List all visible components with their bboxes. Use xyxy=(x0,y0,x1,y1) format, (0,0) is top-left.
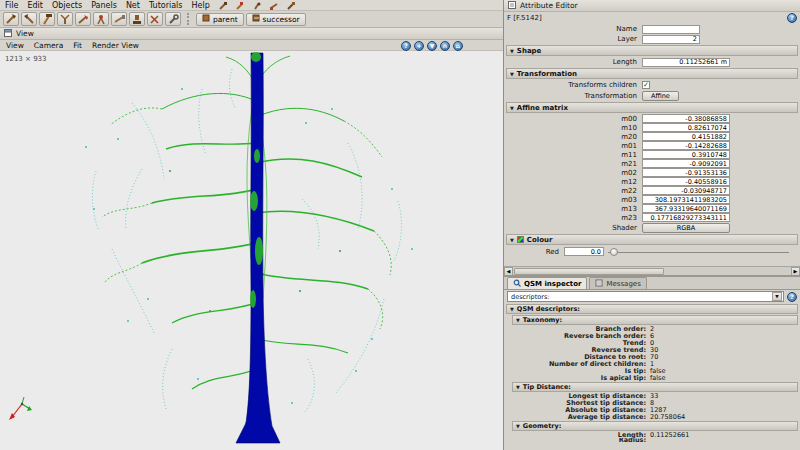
collapse-icon: ▼ xyxy=(510,237,514,243)
matrix-row: m10 xyxy=(504,123,800,132)
section-qsm-descriptors-title: QSM descriptors: xyxy=(517,305,580,313)
collapse-icon: ▼ xyxy=(516,317,520,323)
matrix-row: m00 xyxy=(504,114,800,123)
matrix-input[interactable] xyxy=(642,204,730,213)
successor-button[interactable]: successor xyxy=(246,13,306,26)
red-slider[interactable] xyxy=(608,247,789,257)
length-input[interactable] xyxy=(642,58,730,67)
quick-tool-icon[interactable] xyxy=(236,2,244,10)
matrix-input[interactable] xyxy=(642,114,730,123)
descriptor-label: Radius: xyxy=(504,438,650,442)
matrix-label: m23 xyxy=(504,214,642,222)
matrix-row: m03 xyxy=(504,195,800,204)
section-transformation[interactable]: ▼ Transformation xyxy=(506,68,798,79)
descriptor-row: Radius: xyxy=(504,438,800,442)
section-geometry[interactable]: ▼ Geometry: xyxy=(512,421,798,431)
chevron-down-icon[interactable]: ▼ xyxy=(772,292,782,301)
red-slider-thumb[interactable] xyxy=(610,248,618,256)
scroll-left-icon[interactable]: ◀ xyxy=(504,267,513,276)
matrix-input[interactable] xyxy=(642,123,730,132)
viewport-download-button[interactable]: ▼ xyxy=(427,41,437,51)
section-shape[interactable]: ▼ Shape xyxy=(506,45,798,56)
menu-panels[interactable]: Panels xyxy=(91,1,117,10)
quick-tool-icon[interactable] xyxy=(270,2,278,10)
viewport-canvas[interactable]: 1213 × 933 xyxy=(0,51,503,450)
viewport-menu-camera[interactable]: Camera xyxy=(34,41,63,50)
viewport-menu-fit[interactable]: Fit xyxy=(73,41,82,50)
quick-tool-icon[interactable] xyxy=(219,2,227,10)
transformation-label: Transformation xyxy=(504,92,642,100)
section-qsm-descriptors[interactable]: ▼ QSM descriptors: xyxy=(506,304,798,314)
check-icon: ✓ xyxy=(643,81,649,89)
tree-model xyxy=(0,51,502,450)
tool-hammer-button[interactable] xyxy=(39,12,55,26)
matrix-input[interactable] xyxy=(642,159,730,168)
descriptor-row: Length:0.11252661 xyxy=(504,431,800,438)
tab-qsm-inspector[interactable]: QSM inspector xyxy=(507,277,587,289)
scroll-right-icon[interactable]: ▶ xyxy=(791,267,800,276)
viewport-help-button[interactable]: ? xyxy=(401,41,411,51)
tool-axe-button[interactable] xyxy=(3,12,19,26)
name-input[interactable] xyxy=(642,25,700,34)
matrix-input[interactable] xyxy=(642,213,730,222)
quick-tool-icon[interactable] xyxy=(253,2,261,10)
menu-tutorials[interactable]: Tutorials xyxy=(149,1,183,10)
attribute-editor-help-button[interactable]: ? xyxy=(787,13,797,23)
scroll-thumb[interactable] xyxy=(514,268,664,275)
tool-cutter-button[interactable] xyxy=(147,12,163,26)
section-taxonomy[interactable]: ▼ Taxonomy: xyxy=(512,315,798,325)
red-slider-track xyxy=(608,252,789,253)
section-affine-matrix[interactable]: ▼ Affine matrix xyxy=(506,102,798,113)
viewport-home-button[interactable]: ⌂ xyxy=(453,41,463,51)
viewport-menu-render-view[interactable]: Render View xyxy=(92,41,139,50)
matrix-input[interactable] xyxy=(642,141,730,150)
tool-pliers-button[interactable] xyxy=(93,12,109,26)
matrix-input[interactable] xyxy=(642,132,730,141)
section-tip-distance[interactable]: ▼ Tip Distance: xyxy=(512,382,798,392)
matrix-label: m22 xyxy=(504,187,642,195)
tab-messages[interactable]: Messages xyxy=(589,277,646,289)
matrix-label: m12 xyxy=(504,178,642,186)
descriptors-combobox[interactable]: descriptors: ▼ xyxy=(507,291,784,302)
layer-input[interactable] xyxy=(642,35,700,44)
tool-branch-button[interactable] xyxy=(57,12,73,26)
collapse-icon: ▼ xyxy=(510,105,514,111)
matrix-input[interactable] xyxy=(642,186,730,195)
transforms-children-checkbox[interactable]: ✓ xyxy=(642,81,650,89)
menu-help[interactable]: Help xyxy=(192,1,210,10)
viewport-pan-button[interactable]: + xyxy=(414,41,424,51)
viewport-menu-view[interactable]: View xyxy=(6,41,24,50)
matrix-input[interactable] xyxy=(642,195,730,204)
menu-objects[interactable]: Objects xyxy=(52,1,82,10)
viewport-magnet-button[interactable]: ∩ xyxy=(440,41,450,51)
red-value-input[interactable] xyxy=(564,247,604,256)
matrix-input[interactable] xyxy=(642,177,730,186)
tool-chisel-button[interactable] xyxy=(111,12,127,26)
transforms-children-label: Transforms children xyxy=(504,81,642,89)
colour-swatch-icon xyxy=(517,236,524,243)
tool-pick-button[interactable] xyxy=(75,12,91,26)
descriptor-value: 20.758064 xyxy=(650,413,685,421)
rgba-shader-button[interactable]: RGBA xyxy=(642,223,730,233)
collapse-icon: ▼ xyxy=(516,423,520,429)
section-colour[interactable]: ▼ Colour xyxy=(506,234,798,245)
name-label: Name xyxy=(504,25,642,33)
tool-wrench-button[interactable] xyxy=(165,12,181,26)
matrix-input[interactable] xyxy=(642,150,730,159)
tool-stamp-button[interactable] xyxy=(129,12,145,26)
scroll-track[interactable] xyxy=(513,268,791,275)
menu-net[interactable]: Net xyxy=(126,1,140,10)
tool-hatchet-button[interactable] xyxy=(21,12,37,26)
matrix-row: m20 xyxy=(504,132,800,141)
affine-button[interactable]: Affine xyxy=(642,91,679,101)
attribute-editor-hscrollbar[interactable]: ◀ ▶ xyxy=(504,266,800,275)
inspector-help-button[interactable]: ? xyxy=(787,292,797,302)
matrix-input[interactable] xyxy=(642,168,730,177)
red-row: Red xyxy=(504,246,800,257)
menu-edit[interactable]: Edit xyxy=(27,1,43,10)
quick-tool-icon[interactable] xyxy=(287,2,295,10)
descriptors-combobox-value: descriptors: xyxy=(508,293,772,301)
parent-button[interactable]: parent xyxy=(196,13,244,26)
transformation-row: Transformation Affine xyxy=(504,90,800,101)
menu-file[interactable]: File xyxy=(5,1,18,10)
